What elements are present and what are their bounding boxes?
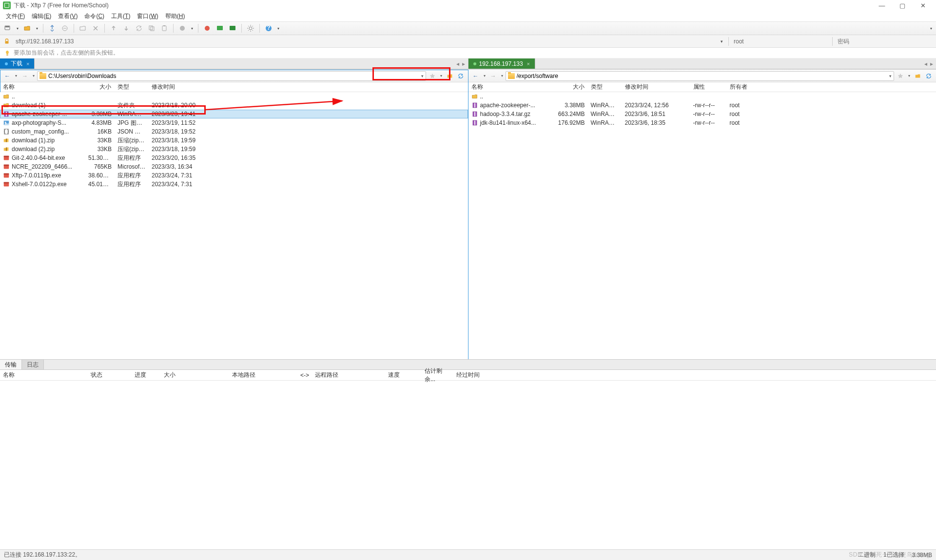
nav-back-icon[interactable]: ← bbox=[2, 71, 13, 81]
toolbar-overflow-caret-icon[interactable]: ▾ bbox=[929, 26, 933, 31]
transfer-col-header[interactable]: 经过时间 bbox=[453, 371, 492, 379]
remote-path-input[interactable] bbox=[517, 73, 888, 79]
remote-file-list[interactable]: ..apache-zookeeper-...3.38MBWinRAR ...20… bbox=[468, 92, 936, 359]
file-row[interactable]: download (1).zip33KB压缩(zipp...2023/3/18,… bbox=[0, 136, 468, 145]
delete-icon[interactable] bbox=[91, 23, 100, 33]
column-header-type[interactable]: 类型 bbox=[115, 83, 149, 91]
file-row[interactable]: apache-zookeeper-...3.38MBWinRAR ...2023… bbox=[468, 101, 936, 110]
file-row[interactable]: download (1)文件夹2023/3/18, 20:00 bbox=[0, 101, 468, 110]
transfer-col-header[interactable]: 进度 bbox=[132, 371, 161, 379]
tab-local-download[interactable]: 下载 × bbox=[0, 58, 35, 69]
username-input[interactable] bbox=[732, 37, 829, 46]
maximize-button[interactable]: ▢ bbox=[899, 2, 906, 9]
tab-next-icon[interactable]: ▸ bbox=[930, 60, 933, 67]
reconnect-icon[interactable] bbox=[47, 23, 57, 33]
nav-forward-icon[interactable]: → bbox=[488, 71, 499, 81]
file-row[interactable]: NCRE_202209_6466...765KBMicrosoft...2023… bbox=[0, 162, 468, 171]
file-row[interactable]: Git-2.40.0-64-bit.exe51.30MB应用程序2023/3/2… bbox=[0, 154, 468, 162]
home-icon[interactable] bbox=[446, 72, 454, 80]
nav-forward-caret-icon[interactable]: ▾ bbox=[500, 74, 505, 78]
menu-e[interactable]: 编辑(E) bbox=[32, 12, 51, 20]
tab-close-icon[interactable]: × bbox=[527, 61, 530, 67]
bookmark-caret-icon[interactable]: ▾ bbox=[907, 74, 912, 78]
local-file-list[interactable]: ..download (1)文件夹2023/3/18, 20:00apache-… bbox=[0, 92, 468, 359]
open-icon[interactable] bbox=[22, 23, 32, 33]
help-icon[interactable]: ? bbox=[264, 23, 273, 33]
home-icon[interactable] bbox=[914, 72, 922, 80]
transfer-col-header[interactable]: 名称 bbox=[0, 371, 88, 379]
disconnect-icon[interactable] bbox=[60, 23, 70, 33]
column-header-size[interactable]: 大小 bbox=[554, 83, 588, 91]
stop-icon[interactable] bbox=[202, 23, 212, 33]
refresh-icon[interactable] bbox=[924, 72, 933, 80]
file-row[interactable]: axp-photography-S...4.83MBJPG 图片...2023/… bbox=[0, 118, 468, 127]
menu-h[interactable]: 帮助(H) bbox=[165, 12, 185, 20]
file-row[interactable]: .. bbox=[0, 92, 468, 101]
upload-icon[interactable] bbox=[109, 23, 118, 33]
file-row[interactable]: Xshell-7.0.0122p.exe45.01MB应用程序2023/3/24… bbox=[0, 180, 468, 189]
record-icon[interactable] bbox=[177, 23, 187, 33]
column-header-owner[interactable]: 所有者 bbox=[727, 83, 766, 91]
nav-back-icon[interactable]: ← bbox=[470, 71, 481, 81]
column-header-modified[interactable]: 修改时间 bbox=[622, 83, 690, 91]
file-row[interactable]: download (2).zip33KB压缩(zipp...2023/3/18,… bbox=[0, 145, 468, 154]
new-folder-icon[interactable] bbox=[78, 23, 88, 33]
bookmark-icon[interactable] bbox=[896, 72, 905, 80]
file-row[interactable]: jdk-8u141-linux-x64...176.92MBWinRAR ...… bbox=[468, 118, 936, 127]
transfer-col-header[interactable]: 状态 bbox=[88, 371, 132, 379]
tab-transfer[interactable]: 传输 bbox=[0, 360, 22, 369]
download-icon[interactable] bbox=[121, 23, 131, 33]
nav-forward-icon[interactable]: → bbox=[20, 71, 30, 81]
menu-w[interactable]: 窗口(W) bbox=[137, 12, 158, 20]
nav-forward-caret-icon[interactable]: ▾ bbox=[31, 74, 36, 78]
settings-icon[interactable] bbox=[246, 23, 255, 33]
column-header-size[interactable]: 大小 bbox=[85, 83, 115, 91]
transfer-col-header[interactable]: 本地路径 bbox=[229, 371, 297, 379]
column-header-attr[interactable]: 属性 bbox=[690, 83, 727, 91]
transfer-col-header[interactable]: 远程路径 bbox=[312, 371, 385, 379]
close-button[interactable]: ✕ bbox=[919, 2, 926, 9]
transfer-col-header[interactable]: <-> bbox=[297, 372, 312, 379]
new-session-icon[interactable] bbox=[3, 23, 13, 33]
transfer-col-header[interactable]: 估计剩余... bbox=[422, 367, 453, 384]
bookmark-caret-icon[interactable]: ▾ bbox=[439, 74, 444, 78]
terminal1-icon[interactable] bbox=[215, 23, 225, 33]
menu-t[interactable]: 工具(T) bbox=[111, 12, 130, 20]
minimize-button[interactable]: — bbox=[878, 2, 885, 9]
column-header-type[interactable]: 类型 bbox=[588, 83, 622, 91]
tab-next-icon[interactable]: ▸ bbox=[462, 60, 465, 67]
file-row[interactable]: Xftp-7.0.0119p.exe38.60MB应用程序2023/3/24, … bbox=[0, 171, 468, 180]
record-caret-icon[interactable]: ▾ bbox=[190, 26, 194, 31]
file-row[interactable]: { }custom_map_config...16KBJSON 文件2023/3… bbox=[0, 127, 468, 136]
paste-icon[interactable] bbox=[159, 23, 169, 33]
tab-log[interactable]: 日志 bbox=[22, 360, 44, 369]
tab-close-icon[interactable]: × bbox=[26, 61, 29, 67]
column-header-name[interactable]: 名称 bbox=[0, 83, 85, 91]
menu-v[interactable]: 查看(V) bbox=[58, 12, 78, 20]
bookmark-icon[interactable] bbox=[428, 72, 437, 80]
column-header-modified[interactable]: 修改时间 bbox=[149, 83, 227, 91]
help-caret-icon[interactable]: ▾ bbox=[276, 26, 280, 31]
nav-back-caret-icon[interactable]: ▾ bbox=[482, 74, 487, 78]
open-caret-icon[interactable]: ▾ bbox=[35, 26, 39, 31]
transfer-header[interactable]: 名称状态进度大小本地路径<->远程路径速度估计剩余...经过时间 bbox=[0, 370, 936, 381]
address-input[interactable] bbox=[14, 37, 715, 46]
remote-path-box[interactable]: ▾ bbox=[506, 71, 895, 81]
local-list-header[interactable]: 名称大小类型修改时间 bbox=[0, 82, 468, 92]
local-path-input[interactable] bbox=[48, 73, 419, 79]
remote-list-header[interactable]: 名称大小类型修改时间属性所有者 bbox=[468, 82, 936, 92]
file-row[interactable]: hadoop-3.3.4.tar.gz663.24MBWinRAR ...202… bbox=[468, 110, 936, 118]
refresh-icon[interactable] bbox=[456, 72, 465, 80]
tab-prev-icon[interactable]: ◂ bbox=[924, 60, 927, 67]
file-row[interactable]: .. bbox=[468, 92, 936, 101]
local-path-box[interactable]: ▾ bbox=[37, 71, 426, 81]
password-input[interactable] bbox=[836, 37, 933, 46]
new-session-caret-icon[interactable]: ▾ bbox=[16, 26, 20, 31]
file-row[interactable]: apache-zookeeper-...3.38MBWinRAR ...2023… bbox=[0, 110, 468, 118]
transfer-col-header[interactable]: 速度 bbox=[385, 371, 422, 379]
address-caret-icon[interactable]: ▾ bbox=[718, 39, 725, 44]
menu-c[interactable]: 命令(C) bbox=[84, 12, 104, 20]
terminal2-icon[interactable] bbox=[228, 23, 237, 33]
tab-remote-session[interactable]: 192.168.197.133 × bbox=[468, 58, 536, 69]
transfer-col-header[interactable]: 大小 bbox=[161, 371, 229, 379]
